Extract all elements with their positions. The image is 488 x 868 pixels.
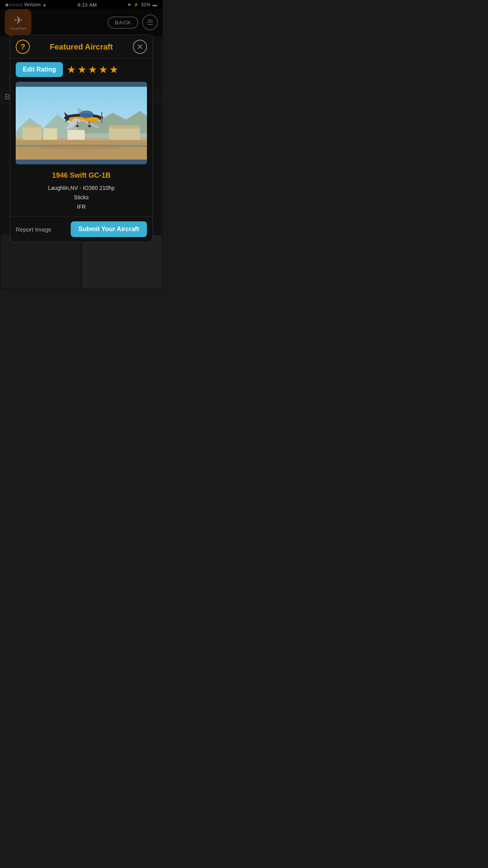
modal-footer: Report Image Submit Your Aircraft	[10, 216, 152, 242]
svg-point-18	[75, 125, 79, 127]
report-image-button[interactable]: Report Image	[16, 226, 51, 233]
help-button[interactable]: ?	[16, 40, 30, 54]
star-4[interactable]: ★	[99, 64, 108, 76]
modal-title: Featured Aircraft	[30, 42, 133, 51]
svg-point-14	[80, 110, 94, 118]
svg-rect-5	[23, 127, 42, 140]
close-button[interactable]: ✕	[133, 40, 147, 54]
star-2[interactable]: ★	[77, 64, 86, 76]
rating-row: Edit Rating ★ ★ ★ ★ ★	[10, 58, 152, 81]
svg-rect-8	[109, 127, 140, 140]
svg-point-21	[40, 144, 123, 150]
submit-aircraft-button[interactable]: Submit Your Aircraft	[71, 221, 147, 237]
star-rating[interactable]: ★ ★ ★ ★ ★	[67, 64, 118, 76]
aircraft-name: 1946 Swift GC-1B	[16, 171, 147, 180]
svg-rect-10	[68, 130, 85, 140]
star-1[interactable]: ★	[67, 64, 76, 76]
featured-aircraft-modal: ? Featured Aircraft ✕ Edit Rating ★ ★ ★ …	[10, 35, 153, 242]
aircraft-details: Laughlin,NV - IO360 210hp Sticks IFR	[16, 184, 147, 211]
svg-rect-6	[23, 125, 41, 127]
aircraft-location: Laughlin,NV - IO360 210hp	[16, 184, 147, 193]
aircraft-avionics: IFR	[16, 202, 147, 212]
svg-rect-9	[109, 125, 140, 129]
modal-header: ? Featured Aircraft ✕	[10, 35, 152, 58]
edit-rating-button[interactable]: Edit Rating	[16, 62, 63, 77]
svg-rect-7	[43, 128, 57, 140]
aircraft-info: 1946 Swift GC-1B Laughlin,NV - IO360 210…	[10, 168, 152, 215]
aircraft-equipment: Sticks	[16, 193, 147, 202]
svg-point-20	[88, 125, 92, 127]
star-3[interactable]: ★	[88, 64, 97, 76]
star-5[interactable]: ★	[109, 64, 118, 76]
aircraft-image	[16, 82, 147, 164]
